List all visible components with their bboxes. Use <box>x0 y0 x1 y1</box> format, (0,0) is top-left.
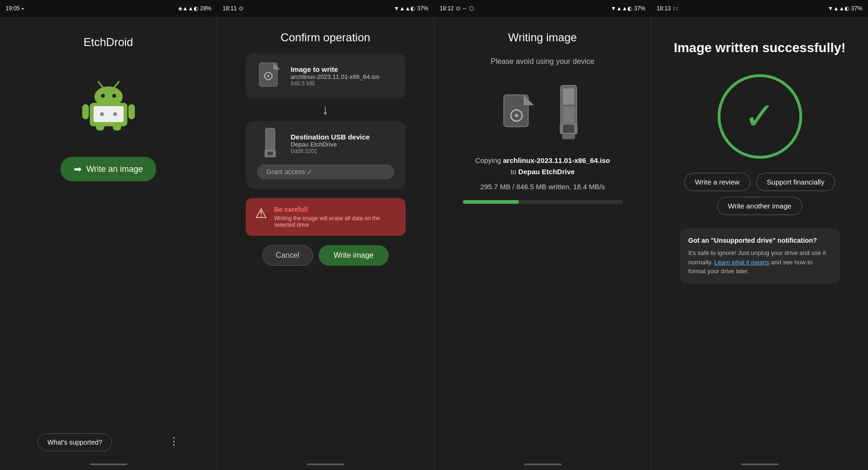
writing-subtitle: Please avoid using your device <box>491 57 594 66</box>
write-another-label: Write another image <box>728 202 791 210</box>
svg-point-3 <box>112 94 116 98</box>
write-image-confirm-button[interactable]: Write image <box>319 245 389 266</box>
support-financially-label: Support financially <box>767 178 825 186</box>
checkmark-icon: ✓ <box>744 98 775 135</box>
notification-card: Got an "Unsupported drive" notification?… <box>680 228 840 284</box>
arrow-down-icon: ↓ <box>322 102 329 117</box>
grant-access-label: Grant access ✓ <box>266 168 313 176</box>
svg-rect-24 <box>563 107 574 123</box>
status-time-1: 19:05 ▪ <box>6 5 23 12</box>
image-size: 846.5 MB <box>291 80 380 87</box>
write-image-confirm-label: Write image <box>334 251 374 259</box>
svg-point-1 <box>94 86 123 107</box>
usb-device-icon <box>257 131 283 157</box>
svg-line-4 <box>98 82 103 87</box>
usb-animation <box>503 85 583 141</box>
notification-link[interactable]: Learn what it means <box>714 259 769 266</box>
notification-title: Got an "Unsupported drive" notification? <box>688 236 831 246</box>
image-card-row: Image to write archlinux-2023.11.01-x86_… <box>257 63 394 89</box>
home-indicator-4 <box>741 463 779 465</box>
image-card: Image to write archlinux-2023.11.01-x86_… <box>246 54 406 99</box>
whats-supported-button[interactable]: What's supported? <box>38 433 112 451</box>
writing-title: Writing image <box>508 31 577 44</box>
svg-rect-27 <box>562 134 575 139</box>
usb-device-name: Depau EtchDrive <box>291 141 370 148</box>
svg-point-11 <box>100 112 104 116</box>
write-another-image-button[interactable]: Write another image <box>717 197 802 215</box>
warning-icon: ⚠ <box>255 206 267 221</box>
copy-to: to <box>510 168 516 176</box>
confirm-title: Confirm operation <box>281 31 370 44</box>
iso-file-icon <box>257 63 283 89</box>
status-bar-3: 18:12 ⊙ ↔ ⬡ ▼▲▲◐ 37% <box>434 0 651 17</box>
svg-point-2 <box>101 94 105 98</box>
warning-title: Be careful! <box>274 206 396 213</box>
support-financially-button[interactable]: Support financially <box>756 173 836 191</box>
status-bar-1: 19:05 ▪ ◈▲▲◐ 28% <box>0 0 217 17</box>
write-image-label: Write an image <box>86 164 143 174</box>
panel-writing: Writing image Please avoid using your de… <box>434 17 651 470</box>
home-indicator-2 <box>307 463 344 465</box>
app-title: EtchDroid <box>84 36 133 49</box>
svg-line-5 <box>114 82 119 87</box>
iso-file-animation-icon <box>503 94 536 131</box>
warning-content: Be careful! Writing the image will erase… <box>274 206 396 228</box>
success-circle: ✓ <box>718 74 802 159</box>
write-image-button[interactable]: ➡ Write an image <box>61 157 156 181</box>
home-indicator-3 <box>524 463 562 465</box>
success-actions-row2: Write another image <box>717 197 802 215</box>
notification-body: It's safe to ignore! Just unplug your dr… <box>688 248 831 276</box>
success-actions-row1: Write a review Support financially <box>684 173 835 191</box>
progress-bar-fill <box>463 200 519 204</box>
panel-etcgdroid: EtchDroid ➡ Write a <box>0 17 217 470</box>
usb-card-info: Destination USB device Depau EtchDrive 0… <box>291 133 370 154</box>
copy-text-row1: Copying archlinux-2023.11.01-x86_64.iso <box>475 155 610 166</box>
svg-rect-23 <box>563 89 574 105</box>
svg-rect-10 <box>94 106 124 122</box>
main-content: EtchDroid ➡ Write a <box>0 17 868 470</box>
cancel-button[interactable]: Cancel <box>262 245 313 266</box>
grant-access-button[interactable]: Grant access ✓ <box>257 164 394 179</box>
svg-rect-18 <box>267 152 273 155</box>
write-review-label: Write a review <box>695 178 740 186</box>
copy-destination: Depau EtchDrive <box>518 168 575 176</box>
cancel-label: Cancel <box>276 251 299 259</box>
usb-device-card: Destination USB device Depau EtchDrive 0… <box>246 121 406 189</box>
image-card-info: Image to write archlinux-2023.11.01-x86_… <box>291 65 380 87</box>
svg-point-15 <box>267 75 269 77</box>
copy-info: Copying archlinux-2023.11.01-x86_64.iso … <box>475 155 610 193</box>
svg-rect-8 <box>96 124 104 131</box>
image-card-label: Image to write <box>291 65 380 73</box>
panel-success: Image written successfully! ✓ Write a re… <box>651 17 868 470</box>
write-image-icon: ➡ <box>74 163 82 175</box>
home-indicator <box>90 463 127 465</box>
panel-confirm: Confirm operation Image to write archlin… <box>217 17 434 470</box>
more-options-button[interactable]: ⋮ <box>169 435 179 447</box>
whats-supported-label: What's supported? <box>47 439 102 446</box>
progress-bar <box>463 200 623 204</box>
warning-text: Writing the image will erase all data on… <box>274 215 396 228</box>
copying-prefix: Copying <box>475 156 501 164</box>
confirm-actions: Cancel Write image <box>262 245 389 266</box>
svg-rect-7 <box>128 104 135 119</box>
status-bar-2: 18:11 ⊙ ▼▲▲◐ 37% <box>217 0 434 17</box>
svg-rect-26 <box>563 125 574 133</box>
image-filename: archlinux-2023.11.01-x86_64.iso <box>291 73 380 80</box>
usb-card-row: Destination USB device Depau EtchDrive 0… <box>257 131 394 157</box>
copy-text-row2: to Depau EtchDrive <box>475 166 610 177</box>
svg-rect-9 <box>113 124 121 131</box>
write-review-button[interactable]: Write a review <box>684 173 751 191</box>
status-bar-4: 18:13 ↕↑ ▼▲▲◐ 37% <box>651 0 868 17</box>
status-bars: 19:05 ▪ ◈▲▲◐ 28% 18:11 ⊙ ▼▲▲◐ 37% 18:12 … <box>0 0 868 17</box>
svg-point-12 <box>113 112 117 116</box>
copy-filename: archlinux-2023.11.01-x86_64.iso <box>503 156 610 164</box>
usb-drive-animation-icon <box>555 85 583 141</box>
android-logo-icon <box>80 77 137 133</box>
usb-card-label: Destination USB device <box>291 133 370 141</box>
svg-rect-16 <box>266 128 275 153</box>
svg-point-21 <box>515 114 518 117</box>
warning-card: ⚠ Be careful! Writing the image will era… <box>246 198 406 236</box>
copy-progress-text: 295.7 MB / 846.5 MB written, 18.4 MB/s <box>475 181 610 193</box>
success-title: Image written successfully! <box>674 40 846 55</box>
usb-device-id: 0dd8:3201 <box>291 148 370 154</box>
